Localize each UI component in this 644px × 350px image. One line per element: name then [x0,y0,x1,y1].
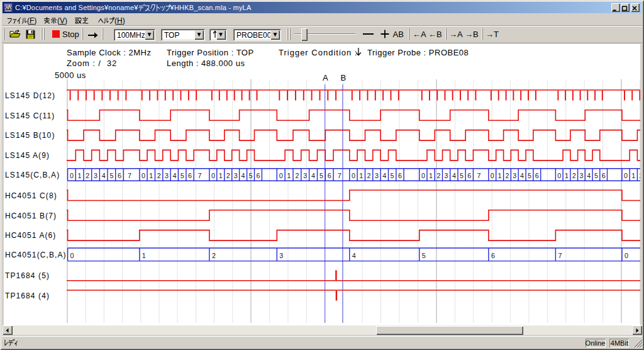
svg-text:6: 6 [256,172,260,179]
svg-text:0: 0 [421,172,425,179]
svg-text:7: 7 [558,252,562,259]
svg-text:5: 5 [422,252,426,259]
svg-text:6: 6 [602,172,606,179]
svg-text:5: 5 [391,172,394,179]
svg-text:6: 6 [491,252,495,259]
svg-text:1: 1 [429,172,433,179]
svg-text:0: 0 [211,172,215,179]
svg-text:4: 4 [352,252,356,259]
svg-text:2: 2 [295,172,299,179]
svg-text:2: 2 [226,172,230,179]
svg-text:5: 5 [528,172,531,179]
svg-text:1: 1 [631,172,635,179]
svg-text:4: 4 [587,172,591,179]
svg-text:0: 0 [279,172,283,179]
svg-text:3: 3 [579,172,583,179]
svg-text:1: 1 [142,252,146,259]
svg-text:3: 3 [375,172,379,179]
svg-text:3: 3 [94,172,97,179]
svg-text:6: 6 [467,172,471,179]
svg-text:4: 4 [172,172,176,179]
svg-text:1: 1 [565,172,569,179]
svg-text:5: 5 [460,172,464,179]
svg-text:2: 2 [157,172,161,179]
svg-text:3: 3 [165,172,169,179]
svg-text:0: 0 [142,172,145,179]
svg-text:2: 2 [436,172,440,179]
svg-text:6: 6 [398,172,402,179]
svg-text:7: 7 [197,172,201,179]
svg-text:7: 7 [338,172,341,179]
svg-text:7: 7 [477,172,481,179]
svg-text:5: 5 [319,172,323,179]
svg-text:5: 5 [594,172,598,179]
svg-text:0: 0 [70,172,74,179]
svg-text:5: 5 [109,172,113,179]
svg-text:5: 5 [180,172,184,179]
svg-text:0: 0 [491,172,494,179]
svg-text:0: 0 [352,172,355,179]
svg-text:1: 1 [287,172,291,179]
svg-text:2: 2 [639,172,640,179]
svg-text:1: 1 [219,172,223,179]
svg-text:2: 2 [505,172,509,179]
svg-text:0: 0 [70,252,74,259]
svg-text:0: 0 [557,172,561,179]
svg-text:6: 6 [118,172,121,179]
svg-text:4: 4 [311,172,315,179]
svg-text:4: 4 [452,172,456,179]
svg-text:2: 2 [572,172,576,179]
svg-text:2: 2 [367,172,371,179]
svg-text:1: 1 [359,172,363,179]
svg-text:0: 0 [625,252,628,259]
svg-text:4: 4 [242,172,245,179]
svg-text:7: 7 [128,172,131,179]
svg-text:1: 1 [78,172,82,179]
svg-text:4: 4 [520,172,524,179]
svg-text:1: 1 [149,172,153,179]
svg-text:2: 2 [212,252,216,259]
svg-text:2: 2 [86,172,89,179]
svg-text:6: 6 [328,172,331,179]
svg-text:4: 4 [382,172,386,179]
svg-text:5: 5 [248,172,252,179]
svg-text:3: 3 [513,172,516,179]
svg-text:3: 3 [303,172,307,179]
svg-text:0: 0 [624,172,628,179]
svg-text:3: 3 [279,252,283,259]
svg-text:1: 1 [498,172,502,179]
svg-text:3: 3 [445,172,448,179]
svg-text:6: 6 [188,172,192,179]
svg-text:3: 3 [234,172,238,179]
svg-text:4: 4 [102,172,106,179]
svg-text:6: 6 [535,172,539,179]
